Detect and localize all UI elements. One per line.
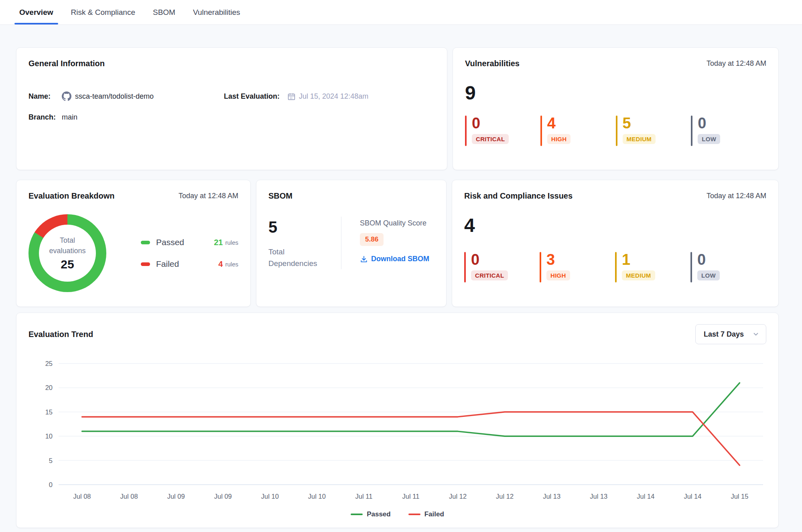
- legend-row-failed: Failed 4 rules: [141, 259, 238, 269]
- passed-legend-label: Passed: [156, 238, 214, 247]
- donut-chart: Total evaluations 25: [28, 214, 106, 292]
- svg-text:Jul 14: Jul 14: [684, 493, 701, 500]
- svg-text:Jul 08: Jul 08: [120, 493, 138, 500]
- name-label: Name:: [28, 92, 62, 101]
- failed-line-label: Failed: [424, 510, 444, 518]
- evaluation-breakdown-card: Evaluation Breakdown Today at 12:48 AM T…: [16, 180, 251, 307]
- last-evaluation-value: Jul 15, 2024 12:48am: [299, 92, 368, 101]
- vulnerabilities-total: 9: [465, 83, 766, 103]
- severity-item-medium: 1 MEDIUM: [615, 252, 690, 282]
- svg-text:Jul 12: Jul 12: [449, 493, 467, 500]
- vulnerabilities-severity-row: 0 CRITICAL 4 HIGH 5 MEDIUM 0 LOW: [465, 116, 766, 146]
- svg-text:20: 20: [45, 384, 53, 391]
- donut-center-label: Total evaluations: [43, 235, 91, 256]
- svg-text:Jul 08: Jul 08: [73, 493, 91, 500]
- severity-count: 0: [697, 252, 720, 267]
- severity-count: 0: [698, 116, 720, 131]
- svg-text:Jul 09: Jul 09: [167, 493, 185, 500]
- last-evaluation-row: Last Evaluation: Ju: [224, 91, 435, 101]
- risk-compliance-total: 4: [464, 216, 766, 235]
- risk-compliance-title: Risk and Compliance Issues: [464, 191, 573, 201]
- time-range-select[interactable]: Last 7 Days: [695, 324, 766, 344]
- evaluation-breakdown-timestamp: Today at 12:48 AM: [179, 192, 238, 200]
- severity-count: 5: [623, 116, 656, 131]
- svg-text:Jul 11: Jul 11: [355, 493, 373, 500]
- severity-badge: CRITICAL: [471, 270, 508, 280]
- failed-rules-count: 4: [218, 260, 223, 269]
- sbom-title: SBOM: [268, 191, 292, 201]
- trend-legend-failed: Failed: [408, 510, 444, 518]
- vulnerabilities-card: Vulnerabilities Today at 12:48 AM 9 0 CR…: [453, 47, 779, 170]
- tab-risk-compliance[interactable]: Risk & Compliance: [71, 0, 136, 24]
- severity-bar: [540, 116, 542, 146]
- repo-name-row: Name: ssca-team/todolist-demo: [28, 91, 224, 101]
- severity-item-critical: 0 CRITICAL: [464, 252, 540, 282]
- passed-legend-pill: [141, 241, 150, 244]
- risk-severity-row: 0 CRITICAL 3 HIGH 1 MEDIUM 0 LOW: [464, 252, 766, 282]
- sbom-divider: [341, 217, 341, 269]
- repo-name-value: ssca-team/todolist-demo: [75, 92, 154, 101]
- failed-line-swatch: [408, 514, 420, 515]
- failed-legend-label: Failed: [156, 259, 218, 269]
- sbom-card: SBOM 5 Total Dependencies SBOM Quality S…: [256, 180, 447, 307]
- svg-text:Jul 10: Jul 10: [261, 493, 279, 500]
- download-sbom-link[interactable]: Download SBOM: [360, 255, 429, 263]
- branch-value: main: [62, 113, 77, 122]
- total-dependencies-count: 5: [268, 219, 341, 235]
- sbom-quality-score-label: SBOM Quality Score: [360, 219, 429, 227]
- legend-row-passed: Passed 21 rules: [141, 238, 238, 247]
- branch-row: Branch: main: [28, 113, 224, 122]
- dashboard-content: General Information Name: ssca-team/todo…: [0, 25, 802, 528]
- tab-vulnerabilities[interactable]: Vulnerabilities: [193, 0, 240, 24]
- svg-text:Jul 13: Jul 13: [543, 493, 560, 500]
- severity-badge: CRITICAL: [472, 134, 509, 144]
- severity-badge: LOW: [697, 270, 720, 280]
- severity-count: 4: [547, 116, 571, 131]
- severity-bar: [465, 116, 467, 146]
- failed-legend-pill: [141, 262, 150, 266]
- severity-badge: HIGH: [546, 270, 570, 280]
- passed-rules-count: 21: [214, 238, 223, 247]
- svg-text:15: 15: [45, 408, 53, 416]
- severity-count: 0: [471, 252, 508, 267]
- time-range-value: Last 7 Days: [704, 330, 744, 339]
- total-dependencies-label: Total Dependencies: [268, 246, 325, 269]
- severity-bar: [690, 252, 692, 282]
- donut-total-value: 25: [61, 258, 74, 271]
- severity-badge: MEDIUM: [622, 270, 655, 280]
- svg-text:25: 25: [45, 360, 53, 367]
- svg-text:5: 5: [49, 457, 53, 464]
- severity-bar: [616, 116, 617, 146]
- severity-badge: HIGH: [547, 134, 571, 144]
- vulnerabilities-title: Vulnerabilities: [465, 59, 520, 68]
- passed-line-label: Passed: [367, 510, 391, 518]
- svg-text:Jul 15: Jul 15: [731, 493, 748, 500]
- severity-item-high: 3 HIGH: [540, 252, 615, 282]
- trend-chart-legend: Passed Failed: [28, 510, 766, 518]
- severity-item-low: 0 LOW: [691, 116, 766, 146]
- evaluation-breakdown-title: Evaluation Breakdown: [28, 191, 115, 201]
- severity-bar: [540, 252, 541, 282]
- branch-label: Branch:: [28, 113, 62, 122]
- svg-text:Jul 09: Jul 09: [214, 493, 232, 500]
- severity-bar: [691, 116, 692, 146]
- severity-bar: [615, 252, 617, 282]
- severity-count: 1: [622, 252, 655, 267]
- severity-badge: LOW: [698, 134, 720, 144]
- svg-text:Jul 10: Jul 10: [308, 493, 326, 500]
- vulnerabilities-timestamp: Today at 12:48 AM: [707, 59, 766, 68]
- svg-text:0: 0: [49, 481, 53, 488]
- evaluation-trend-card: Evaluation Trend Last 7 Days 0510152025J…: [16, 313, 779, 528]
- tab-sbom[interactable]: SBOM: [153, 0, 175, 24]
- tab-overview[interactable]: Overview: [19, 0, 53, 24]
- download-sbom-label: Download SBOM: [371, 255, 429, 263]
- svg-text:Jul 11: Jul 11: [402, 493, 420, 500]
- severity-item-high: 4 HIGH: [540, 116, 616, 146]
- svg-text:Jul 13: Jul 13: [590, 493, 607, 500]
- severity-badge: MEDIUM: [623, 134, 656, 144]
- evaluation-trend-title: Evaluation Trend: [28, 330, 93, 339]
- severity-count: 0: [472, 116, 509, 131]
- trend-legend-passed: Passed: [351, 510, 391, 518]
- severity-item-medium: 5 MEDIUM: [616, 116, 691, 146]
- severity-bar: [464, 252, 466, 282]
